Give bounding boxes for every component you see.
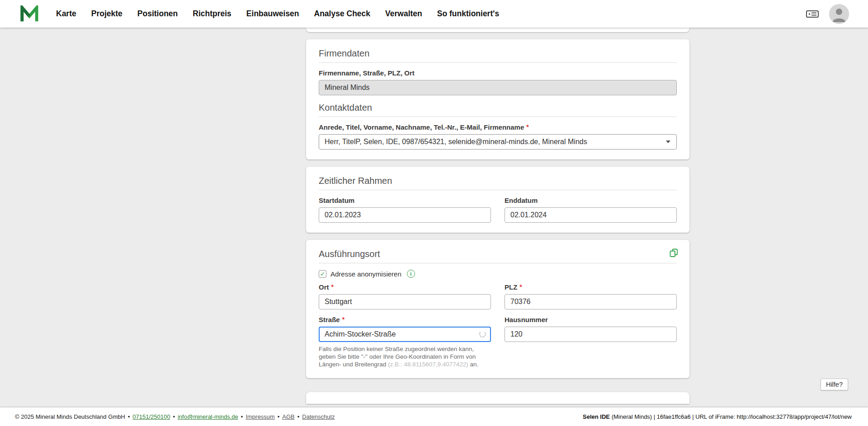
required-marker: *	[519, 283, 522, 290]
nav-item-einbauweisen[interactable]: Einbauweisen	[246, 9, 299, 19]
server-icon[interactable]	[806, 8, 819, 20]
nav-item-richtpreis[interactable]: Richtpreis	[193, 9, 231, 19]
footer-email-link[interactable]: info@mineral-minds.de	[178, 413, 238, 420]
company-label: Firmenname, Straße, PLZ, Ort	[319, 69, 677, 77]
required-marker: *	[331, 283, 334, 290]
ort-input[interactable]	[319, 294, 491, 309]
user-avatar[interactable]	[829, 4, 849, 24]
mineral-minds-logo-icon[interactable]	[20, 5, 39, 23]
main-content: Firmendaten Firmenname, Straße, PLZ, Ort…	[0, 28, 868, 407]
card-zeitlicher-rahmen: Zeitlicher Rahmen Startdatum Enddatum	[306, 167, 689, 233]
nav-item-so-funktionierts[interactable]: So funktioniert's	[437, 9, 499, 19]
anonymize-label: Adresse anonymisieren	[330, 270, 401, 278]
contact-label: Anrede, Titel, Vorname, Nachname, Tel.-N…	[319, 123, 677, 131]
bullet-separator: •	[241, 413, 243, 420]
company-name-input	[319, 80, 677, 95]
footer: © 2025 Mineral Minds Deutschland GmbH • …	[0, 407, 868, 426]
strasse-input[interactable]	[319, 327, 491, 342]
divider	[319, 62, 677, 63]
bullet-separator: •	[173, 413, 175, 420]
bullet-separator: •	[128, 413, 130, 420]
nav-item-karte[interactable]: Karte	[56, 9, 76, 19]
nav-item-verwalten[interactable]: Verwalten	[385, 9, 422, 19]
help-button[interactable]: Hilfe?	[821, 379, 848, 390]
strasse-label: Straße *	[319, 316, 491, 323]
divider	[319, 190, 677, 190]
footer-datenschutz-link[interactable]: Datenschutz	[302, 413, 335, 420]
card-ausfuehrungsort: Ausführungsort ✓ Adresse anonymisieren i…	[306, 240, 689, 378]
divider	[319, 117, 677, 117]
bullet-separator: •	[278, 413, 280, 420]
footer-debug-info: Selen IDE (Mineral Minds) | 16fae1ffc6a6…	[583, 413, 852, 420]
footer-copyright: © 2025 Mineral Minds Deutschland GmbH	[15, 413, 125, 420]
hausnummer-input[interactable]	[505, 327, 677, 342]
kontaktdaten-title: Kontaktdaten	[319, 103, 677, 113]
nav-item-analyse-check[interactable]: Analyse Check	[314, 9, 371, 19]
top-navbar: Karte Projekte Positionen Richtpreis Ein…	[0, 0, 868, 28]
anonymize-checkbox[interactable]: ✓	[319, 270, 326, 278]
zeitraum-title: Zeitlicher Rahmen	[319, 176, 677, 186]
footer-impressum-link[interactable]: Impressum	[245, 413, 274, 420]
required-marker: *	[526, 123, 528, 130]
ort-label: Ort *	[319, 283, 491, 291]
required-marker: *	[342, 316, 344, 323]
partial-card-top	[306, 28, 689, 32]
partial-card-bottom	[306, 392, 689, 404]
contact-select[interactable]: Herr, TitelP, Selen, IDE, 0987/654321, s…	[319, 134, 677, 150]
card-firmendaten: Firmendaten Firmenname, Straße, PLZ, Ort…	[306, 39, 689, 159]
firmendaten-title: Firmendaten	[319, 48, 677, 59]
loading-spinner-icon	[479, 331, 486, 337]
main-nav: Karte Projekte Positionen Richtpreis Ein…	[56, 9, 499, 19]
plz-label: PLZ *	[505, 283, 677, 291]
startdatum-input[interactable]	[319, 207, 491, 223]
chevron-down-icon	[666, 140, 670, 143]
footer-agb-link[interactable]: AGB	[282, 413, 294, 420]
geo-example-text: (z.B.: 48.8115607,9.4077422)	[388, 361, 468, 368]
hausnummer-label: Hausnummer	[505, 316, 677, 323]
nav-item-projekte[interactable]: Projekte	[91, 9, 123, 19]
check-icon: ✓	[320, 271, 325, 277]
plz-input[interactable]	[505, 294, 677, 309]
bullet-separator: •	[297, 413, 300, 420]
ausfuehrungsort-title: Ausführungsort	[319, 249, 677, 259]
footer-phone-link[interactable]: 07151/250100	[132, 413, 170, 420]
enddatum-label: Enddatum	[505, 197, 677, 204]
copy-icon[interactable]	[669, 248, 679, 259]
strasse-help-text: Falls die Position keiner Straße zugeord…	[319, 345, 491, 368]
nav-item-positionen[interactable]: Positionen	[137, 9, 178, 19]
info-icon[interactable]: i	[407, 270, 415, 278]
divider	[319, 263, 677, 263]
startdatum-label: Startdatum	[319, 197, 491, 204]
enddatum-input[interactable]	[505, 207, 677, 223]
